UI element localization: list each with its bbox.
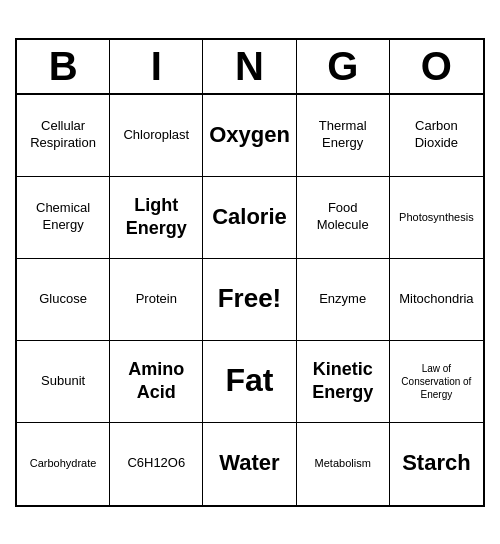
bingo-cell-21: C6H12O6: [110, 423, 203, 505]
bingo-cell-24: Starch: [390, 423, 483, 505]
bingo-cell-18: Kinetic Energy: [297, 341, 390, 423]
bingo-cell-9: Photosynthesis: [390, 177, 483, 259]
bingo-cell-19: Law of Conservation of Energy: [390, 341, 483, 423]
bingo-cell-5: Chemical Energy: [17, 177, 110, 259]
header-letter-b: B: [17, 40, 110, 93]
header-letter-g: G: [297, 40, 390, 93]
bingo-cell-6: Light Energy: [110, 177, 203, 259]
bingo-cell-3: Thermal Energy: [297, 95, 390, 177]
bingo-cell-17: Fat: [203, 341, 296, 423]
header-letter-i: I: [110, 40, 203, 93]
bingo-cell-0: Cellular Respiration: [17, 95, 110, 177]
bingo-cell-20: Carbohydrate: [17, 423, 110, 505]
bingo-cell-15: Subunit: [17, 341, 110, 423]
bingo-cell-2: Oxygen: [203, 95, 296, 177]
bingo-card: BINGO Cellular RespirationChloroplastOxy…: [15, 38, 485, 507]
bingo-cell-10: Glucose: [17, 259, 110, 341]
bingo-grid: Cellular RespirationChloroplastOxygenThe…: [17, 95, 483, 505]
bingo-cell-13: Enzyme: [297, 259, 390, 341]
header-letter-n: N: [203, 40, 296, 93]
bingo-cell-4: Carbon Dioxide: [390, 95, 483, 177]
header-letter-o: O: [390, 40, 483, 93]
bingo-cell-14: Mitochondria: [390, 259, 483, 341]
bingo-cell-7: Calorie: [203, 177, 296, 259]
bingo-header: BINGO: [17, 40, 483, 95]
bingo-cell-8: Food Molecule: [297, 177, 390, 259]
bingo-cell-23: Metabolism: [297, 423, 390, 505]
bingo-cell-11: Protein: [110, 259, 203, 341]
bingo-cell-22: Water: [203, 423, 296, 505]
bingo-cell-1: Chloroplast: [110, 95, 203, 177]
bingo-cell-12: Free!: [203, 259, 296, 341]
bingo-cell-16: Amino Acid: [110, 341, 203, 423]
